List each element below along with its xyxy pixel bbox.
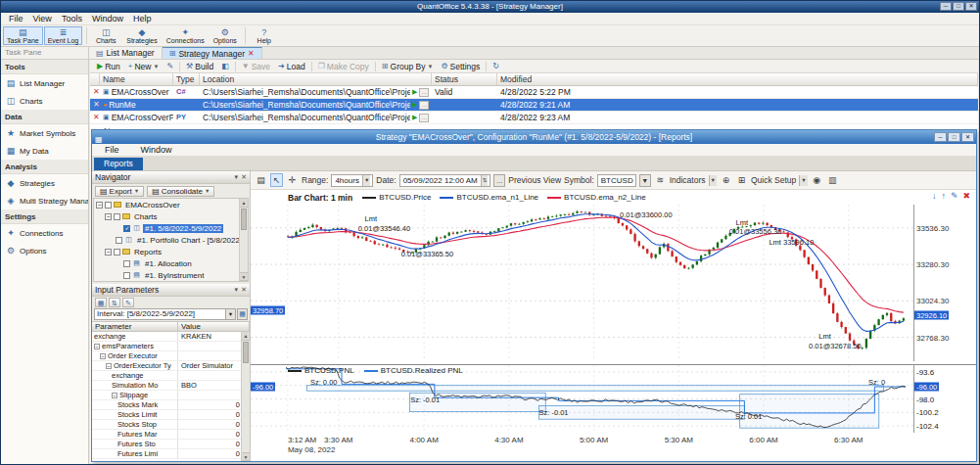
edit-button[interactable]: ✎ xyxy=(163,61,177,72)
column-modified[interactable]: Modified xyxy=(497,73,978,85)
sidebar-item-charts[interactable]: ◫Charts xyxy=(1,92,88,110)
sidebar-item-multi-strategy-manager[interactable]: ◈Multi Strategy Manager xyxy=(1,192,88,209)
close-button[interactable]: ✕ xyxy=(961,132,974,142)
chevron-down-icon[interactable]: ▼ xyxy=(709,175,717,186)
expander-icon[interactable]: − xyxy=(100,353,106,359)
pnl-y-axis[interactable]: -93.6-95.8-98.0-100.2-102.4-96.00 xyxy=(913,364,976,433)
column-value[interactable]: Value xyxy=(178,322,250,331)
symbol-dropdown-button[interactable]: ▼ xyxy=(639,174,651,187)
date-input[interactable]: 05/09/2022 12:00 AM⇅ xyxy=(399,174,491,187)
menu-help[interactable]: Help xyxy=(128,14,157,23)
camera-icon[interactable]: ◉ xyxy=(811,173,823,187)
scroll-down-icon[interactable]: ▼ xyxy=(240,272,248,281)
date-browse-button[interactable]: … xyxy=(493,174,505,187)
interval-options-button[interactable]: ▦ xyxy=(237,308,248,320)
column-status[interactable]: Status xyxy=(432,73,497,85)
parameter-value[interactable] xyxy=(178,371,250,380)
checkbox[interactable] xyxy=(123,272,130,279)
ribbon-task-pane-button[interactable]: ▤Task Pane xyxy=(3,26,43,45)
parameter-row[interactable]: Futures Mar0 xyxy=(92,430,250,440)
price-plot[interactable]: 32958.70Lmt0.01@33546.400.01@33365.500.0… xyxy=(251,205,913,361)
expander-icon[interactable]: − xyxy=(105,249,112,256)
move-down-icon[interactable]: ↓ xyxy=(932,191,937,201)
print-icon[interactable]: ▤ xyxy=(255,173,267,187)
pin-icon[interactable]: ▾ xyxy=(235,284,239,296)
close-parameters-icon[interactable]: ✕ xyxy=(241,284,247,296)
parameter-row[interactable]: Stocks Stop0 xyxy=(92,420,250,430)
parameter-value[interactable] xyxy=(178,342,250,350)
column-location[interactable]: Location xyxy=(200,73,432,85)
parameter-value[interactable]: KRAKEN xyxy=(178,332,250,341)
scroll-up-icon[interactable]: ▲ xyxy=(240,199,248,208)
parameter-value[interactable]: 0 xyxy=(178,440,250,448)
close-chart-icon[interactable]: ✖ xyxy=(962,191,970,201)
chevron-down-icon[interactable]: ▼ xyxy=(153,64,159,70)
parameter-row[interactable]: Stocks Limit0 xyxy=(92,410,250,420)
parameter-row[interactable]: exchange xyxy=(92,371,250,381)
ribbon-charts-button[interactable]: ◫Charts xyxy=(90,26,121,45)
crosshair-icon[interactable]: ✛ xyxy=(286,173,299,187)
close-tab-icon[interactable]: ✕ xyxy=(248,49,255,58)
parameter-value[interactable]: 0 xyxy=(178,420,250,429)
report-window-titlebar[interactable]: ▦ Strategy "EMACrossOver", Configuration… xyxy=(92,130,976,144)
pnl-chart-canvas[interactable] xyxy=(251,365,913,433)
ribbon-options-button[interactable]: ⚙Options xyxy=(210,26,241,45)
build-button[interactable]: ⚒Build xyxy=(182,61,217,72)
ribbon-strategies-button[interactable]: ◆Strategies xyxy=(122,26,162,45)
minimize-button[interactable]: ─ xyxy=(940,2,952,11)
chevron-down-icon[interactable]: ▼ xyxy=(799,175,807,186)
chevron-down-icon[interactable]: ▼ xyxy=(427,64,433,70)
quick-setup-button[interactable]: Quick Setup xyxy=(751,175,796,185)
menu-tools[interactable]: Tools xyxy=(57,14,87,23)
tab-list-manager[interactable]: ▤List Manager xyxy=(89,47,163,59)
scroll-up-icon[interactable]: ▲ xyxy=(242,332,250,341)
parameter-row[interactable]: exchangeKRAKEN xyxy=(92,332,250,342)
parameter-row[interactable]: Simulation MoBBO xyxy=(92,381,250,391)
parameters-scrollbar[interactable]: ▲▼ xyxy=(241,332,250,461)
parameter-value[interactable]: 0 xyxy=(178,400,250,409)
checkbox[interactable] xyxy=(116,237,122,244)
sidebar-item-list-manager[interactable]: ▤List Manager xyxy=(1,74,88,92)
tree-item-1-5-8-2022-5-9-2022[interactable]: ◫#1. 5/8/2022-5/9/2022 xyxy=(94,222,248,234)
close-button[interactable]: ✕ xyxy=(965,2,977,11)
checkbox[interactable] xyxy=(123,225,130,232)
close-navigator-icon[interactable]: ✕ xyxy=(241,171,247,183)
scroll-down-icon[interactable]: ▼ xyxy=(242,452,250,461)
column-name[interactable]: Name xyxy=(100,73,173,85)
browse-button[interactable]: … xyxy=(419,114,429,122)
parameter-value[interactable]: 0 xyxy=(178,430,250,439)
maximize-button[interactable]: □ xyxy=(948,132,960,142)
price-chart-canvas[interactable] xyxy=(251,205,913,361)
column-parameter[interactable]: Parameter xyxy=(92,322,178,331)
parameter-value[interactable] xyxy=(178,391,250,399)
open-location-icon[interactable]: ▶ xyxy=(412,99,417,111)
scroll-thumb[interactable] xyxy=(243,342,249,363)
parameter-value[interactable]: BBO xyxy=(178,381,250,390)
settings-button[interactable]: ⚙Settings xyxy=(437,61,484,72)
scroll-thumb[interactable] xyxy=(241,209,247,230)
tree-scrollbar[interactable]: ▲▼ xyxy=(239,199,248,281)
parameter-value[interactable]: 0 xyxy=(178,410,250,419)
edit-params-icon[interactable]: ✎ xyxy=(122,298,134,307)
sidebar-item-my-data[interactable]: ▦My Data xyxy=(1,142,88,160)
expander-icon[interactable]: − xyxy=(112,393,117,398)
delete-icon[interactable]: ✕ xyxy=(93,86,100,98)
symbol-input[interactable]: BTCUSD xyxy=(597,174,636,187)
refresh-button[interactable]: ↻ xyxy=(489,61,503,72)
menu-window[interactable]: Window xyxy=(87,14,128,23)
table-row[interactable]: ✕▣EMACrossOverC#C:\Users\Siarhei_Remsha\… xyxy=(90,86,978,99)
table-row[interactable]: ✕●RunMeC:\Users\Siarhei_Remsha\Documents… xyxy=(90,99,978,112)
edit-chart-icon[interactable]: ✎ xyxy=(951,191,958,201)
grid-view-icon[interactable]: ▦ xyxy=(95,298,107,307)
parameter-row[interactable]: −emsParameters xyxy=(92,342,250,351)
delete-icon[interactable]: ✕ xyxy=(93,99,100,111)
parameter-row[interactable]: −Order Executor xyxy=(92,351,250,361)
ribbon-connections-button[interactable]: ✦Connections xyxy=(163,26,209,45)
tab-strategy-manager[interactable]: ⊞Strategy Manager✕ xyxy=(163,47,262,59)
menu-file[interactable]: File xyxy=(4,14,28,23)
parameter-value[interactable]: Order Simulator xyxy=(178,361,250,370)
parameter-value[interactable] xyxy=(178,351,250,360)
tab-reports[interactable]: Reports xyxy=(94,158,143,170)
browse-button[interactable]: … xyxy=(419,88,429,97)
parameter-row[interactable]: Futures Limi0 xyxy=(92,449,250,459)
